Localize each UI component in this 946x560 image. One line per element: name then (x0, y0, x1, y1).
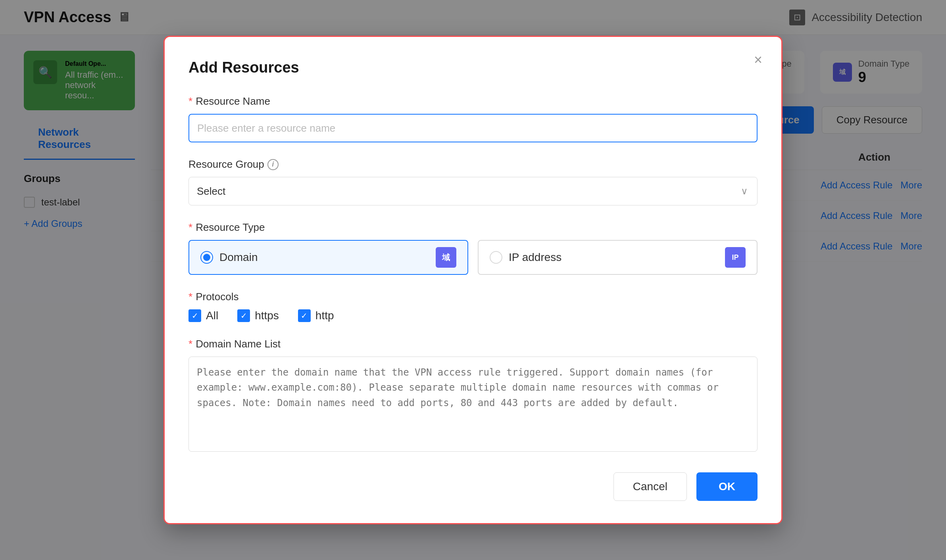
domain-name-list-section: * Domain Name List (188, 338, 758, 453)
ip-radio[interactable] (490, 251, 502, 264)
modal-overlay: Add Resources × * Resource Name Resource… (0, 0, 946, 560)
ip-label: IP address (509, 251, 561, 264)
ip-type-icon-badge: IP (725, 247, 746, 268)
resource-type-label: * Resource Type (188, 221, 758, 234)
required-star-4: * (188, 338, 192, 350)
all-checkbox[interactable]: ✓ (188, 309, 201, 322)
protocol-http: ✓ http (298, 309, 334, 322)
modal-title: Add Resources (188, 59, 758, 76)
resource-group-label: Resource Group i (188, 158, 758, 171)
cancel-button[interactable]: Cancel (613, 472, 687, 501)
domain-type-icon: 域 (436, 247, 456, 268)
protocols-row: ✓ All ✓ https ✓ http (188, 309, 758, 322)
modal-footer: Cancel OK (188, 472, 758, 501)
domain-name-textarea[interactable] (188, 357, 758, 452)
all-label: All (206, 309, 218, 322)
protocol-https: ✓ https (237, 309, 279, 322)
resource-type-domain[interactable]: Domain 域 (188, 240, 468, 275)
background-page: VPN Access 🖥 ⊡ Accessibility Detection 🔍… (0, 0, 946, 560)
protocols-label: * Protocols (188, 291, 758, 303)
domain-label: Domain (219, 251, 258, 264)
protocol-all: ✓ All (188, 309, 218, 322)
resource-group-section: Resource Group i Select ∨ (188, 158, 758, 205)
https-label: https (255, 309, 279, 322)
required-star: * (188, 95, 192, 107)
http-label: http (315, 309, 334, 322)
domain-radio[interactable] (200, 251, 213, 264)
resource-type-section: * Resource Type Domain 域 (188, 221, 758, 275)
resource-name-section: * Resource Name (188, 95, 758, 142)
resource-name-label: * Resource Name (188, 95, 758, 107)
https-checkbox[interactable]: ✓ (237, 309, 250, 322)
add-resources-modal: Add Resources × * Resource Name Resource… (163, 36, 783, 524)
modal-close-button[interactable]: × (754, 53, 762, 67)
http-checkbox[interactable]: ✓ (298, 309, 311, 322)
resource-group-select-wrapper: Select ∨ (188, 177, 758, 205)
resource-type-ip[interactable]: IP address IP (478, 240, 758, 275)
resource-type-options: Domain 域 IP address IP (188, 240, 758, 275)
ok-button[interactable]: OK (696, 472, 758, 501)
domain-name-list-label: * Domain Name List (188, 338, 758, 350)
resource-group-select[interactable]: Select (188, 177, 758, 205)
info-icon: i (267, 159, 279, 170)
resource-name-input[interactable] (188, 114, 758, 142)
required-star-2: * (188, 221, 192, 234)
required-star-3: * (188, 291, 192, 303)
protocols-section: * Protocols ✓ All ✓ https ✓ http (188, 291, 758, 322)
